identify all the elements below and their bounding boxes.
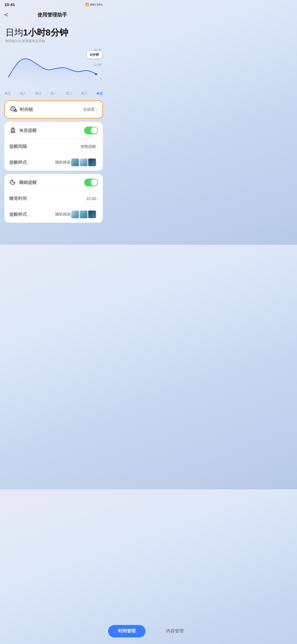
stats-subtitle: 时间统计从更新版本后开始 [6, 39, 102, 43]
avg-label: 日均 [6, 28, 23, 37]
time-lock-card[interactable]: 时间锁 去设置 > [4, 100, 103, 119]
sleep-time-chevron: › [97, 197, 98, 201]
time-lock-chevron: > [95, 107, 97, 112]
sleep-reminder-toggle[interactable] [84, 179, 98, 186]
rest-reminder-main-row: 休息提醒 [4, 122, 103, 139]
sleep-time-value: 22:00 [86, 197, 96, 201]
time-lock-action[interactable]: 去设置 > [83, 107, 97, 112]
page-title: 使用管理助手 [10, 12, 95, 18]
x-label-sat: 周六 [20, 91, 26, 96]
avg-bold1: 1小时 [23, 28, 46, 37]
sleep-time-action[interactable]: 22:00 › [86, 197, 98, 201]
sleep-reminder-label: 睡眠提醒 [19, 180, 37, 185]
sleep-time-row[interactable]: 睡觉时间 22:00 › [4, 191, 103, 206]
x-label-sun: 周日 [35, 91, 42, 96]
rest-reminder-label: 休息提醒 [19, 128, 37, 133]
time-lock-icon [10, 105, 17, 114]
rest-thumbnails [71, 159, 96, 166]
header: < 使用管理助手 [0, 8, 107, 23]
time-lock-label: 时间锁 [20, 107, 33, 113]
x-label-tue: 周二 [66, 91, 72, 96]
chart-x-labels: 周五 周六 周日 周一 周二 周三 今天 [0, 90, 107, 96]
rest-style-value: 随机精选 [55, 160, 71, 165]
x-label-wed: 周三 [81, 91, 87, 96]
x-label-today: 今天 [96, 91, 103, 96]
rest-thumb-3 [88, 159, 96, 166]
x-label-mon: 周一 [50, 91, 57, 96]
rest-style-row[interactable]: 提醒样式 随机精选 › [4, 154, 103, 171]
sleep-thumb-3 [88, 211, 96, 218]
back-button[interactable]: < [4, 10, 10, 20]
rest-interval-action[interactable]: 智能提醒 › [81, 144, 98, 149]
rest-thumb-2 [80, 159, 87, 166]
time-lock-action-text: 去设置 [83, 107, 95, 112]
rest-style-label: 提醒样式 [9, 160, 27, 165]
rest-interval-row[interactable]: 提醒间隔 智能提醒 › [4, 139, 103, 154]
time-lock-row[interactable]: 时间锁 去设置 > [5, 101, 102, 118]
rest-style-action[interactable]: 随机精选 › [55, 159, 98, 166]
rest-interval-value: 智能提醒 [81, 144, 96, 149]
sleep-style-chevron: › [97, 212, 98, 217]
rest-interval-label: 提醒间隔 [9, 144, 27, 149]
sleep-thumb-1 [71, 211, 79, 218]
sleep-reminder-main-row: 睡眠提醒 [4, 174, 103, 191]
battery-text: 94% [97, 3, 103, 6]
rest-reminder-toggle[interactable] [84, 127, 98, 134]
sleep-style-value: 随机精选 [55, 212, 71, 217]
cards-section: 时间锁 去设置 > 休息提醒 [0, 96, 107, 223]
status-time: 10:41 [4, 2, 15, 7]
svg-rect-2 [15, 110, 16, 112]
sleep-reminder-left: 睡眠提醒 [9, 178, 37, 187]
rest-thumb-1 [71, 159, 79, 166]
sleep-time-label: 睡觉时间 [9, 196, 27, 201]
avg-bold2: 8分钟 [46, 28, 68, 37]
signal-icon: 📶 [85, 3, 89, 6]
sleep-style-action[interactable]: 随机精选 › [55, 211, 98, 218]
sleep-style-label: 提醒样式 [9, 212, 27, 217]
stats-section: 日均1小时8分钟 时间统计从更新版本后开始 [0, 23, 107, 46]
rest-reminder-icon [9, 126, 16, 135]
status-bar: 10:41 📶 WiFi 94% [0, 0, 107, 8]
sleep-style-row[interactable]: 提醒样式 随机精选 › [4, 206, 103, 223]
x-label-fri: 周五 [4, 91, 11, 96]
status-icons: 📶 WiFi 94% [85, 3, 103, 6]
chart-container: 4小时 2小时 0 0分钟 [0, 46, 107, 90]
rest-interval-chevron: › [97, 144, 98, 149]
y-label-2h: 2小时 [94, 63, 102, 67]
rest-reminder-left: 休息提醒 [9, 126, 37, 135]
wifi-icon: WiFi [90, 3, 96, 6]
sleep-thumbnails [71, 211, 96, 218]
rest-style-chevron: › [97, 160, 98, 165]
rest-reminder-card: 休息提醒 提醒间隔 智能提醒 › 提醒样式 随机精选 › [4, 122, 103, 171]
avg-title: 日均1小时8分钟 [6, 27, 102, 38]
y-label-0: 0 [94, 78, 102, 81]
sleep-reminder-icon [9, 178, 16, 187]
sleep-thumb-2 [80, 211, 87, 218]
time-lock-left: 时间锁 [10, 105, 33, 114]
sleep-reminder-card: 睡眠提醒 睡觉时间 22:00 › 提醒样式 随机精选 › [4, 174, 103, 223]
chart-tooltip: 0分钟 [87, 51, 102, 58]
